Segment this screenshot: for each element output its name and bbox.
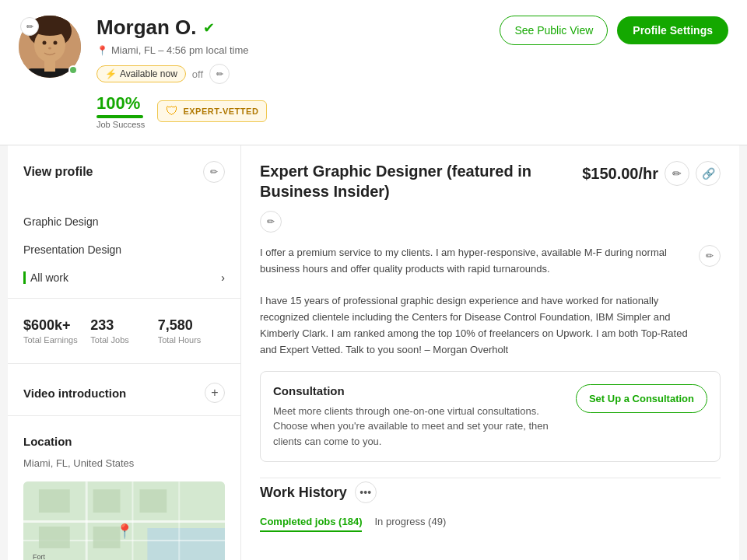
job-success-section: 100% Job Success	[96, 93, 145, 129]
sidebar: View profile ✏ Graphic Design Presentati…	[8, 145, 241, 560]
location-detail-text: Miami, FL, United States	[8, 454, 240, 475]
svg-text:📍: 📍	[116, 523, 134, 540]
svg-rect-14	[132, 481, 133, 560]
availability-badge: ⚡ Available now	[96, 65, 186, 82]
sidebar-divider-3	[8, 415, 240, 416]
job-success-label: Job Success	[96, 120, 145, 129]
edit-profile-button[interactable]: ✏	[203, 161, 225, 183]
availability-label: Available now	[120, 68, 177, 79]
svg-rect-19	[39, 527, 70, 548]
work-history-header: Work History •••	[260, 478, 721, 503]
all-work-label: All work	[23, 271, 68, 284]
view-profile-header: View profile ✏	[23, 161, 225, 183]
page-wrapper: ✏ Morgan O. ✔ 📍 Miami, FL – 4:56 pm loca…	[0, 0, 747, 560]
rate-text: $150.00/hr	[582, 165, 658, 183]
sidebar-stats: $600k+ Total Earnings 233 Total Jobs 7,5…	[8, 305, 240, 357]
progress-bar-wrap	[96, 115, 143, 118]
chevron-right-icon: ›	[221, 271, 225, 284]
svg-rect-16	[39, 489, 70, 513]
main-panel: Expert Graphic Designer (featured in Bus…	[241, 145, 739, 560]
edit-job-title-button[interactable]: ✏	[260, 211, 282, 233]
expert-vetted-badge: 🛡 EXPERT-VETTED	[157, 100, 267, 122]
lightning-icon: ⚡	[105, 68, 117, 79]
svg-rect-17	[93, 489, 121, 513]
stat-jobs: 233 Total Jobs	[90, 317, 157, 345]
profile-name: Morgan O.	[96, 16, 197, 40]
svg-rect-18	[139, 489, 167, 513]
edit-rate-button[interactable]: ✏	[665, 161, 689, 186]
location-text: Miami, FL – 4:56 pm local time	[111, 44, 249, 56]
expert-vetted-label: EXPERT-VETTED	[183, 107, 258, 116]
add-video-button[interactable]: +	[205, 383, 225, 403]
stat-hours-label: Total Hours	[158, 335, 225, 345]
svg-rect-15	[178, 481, 180, 560]
profile-info: Morgan O. ✔ 📍 Miami, FL – 4:56 pm local …	[96, 16, 500, 129]
availability-off-label: off	[192, 68, 203, 80]
edit-bio-button[interactable]: ✏	[699, 245, 721, 267]
video-intro-section: Video introduction +	[8, 370, 240, 409]
svg-rect-11	[23, 520, 225, 523]
location-icon: 📍	[96, 45, 108, 56]
stat-earnings: $600k+ Total Earnings	[23, 317, 90, 345]
tab-in-progress[interactable]: In progress (49)	[374, 513, 446, 532]
stat-hours-value: 7,580	[158, 317, 225, 334]
setup-consultation-button[interactable]: Set Up a Consultation	[576, 384, 707, 413]
work-history-more-button[interactable]: •••	[355, 481, 377, 503]
sidebar-item-all-work[interactable]: All work ›	[8, 264, 240, 292]
header-actions: See Public View Profile Settings	[500, 16, 728, 45]
consultation-title: Consultation	[273, 384, 563, 397]
bio-section: I offer a premium service to my clients.…	[260, 245, 721, 359]
stat-hours: 7,580 Total Hours	[158, 317, 225, 345]
view-profile-title: View profile	[23, 165, 93, 179]
sidebar-divider-1	[8, 298, 240, 299]
stat-jobs-value: 233	[90, 317, 157, 334]
verified-badge: ✔	[203, 19, 215, 37]
profile-settings-button[interactable]: Profile Settings	[617, 16, 728, 44]
bio-para-2: I have 15 years of professional graphic …	[260, 293, 721, 358]
consultation-card: Consultation Meet more clients through o…	[260, 371, 721, 463]
main-content: View profile ✏ Graphic Design Presentati…	[8, 145, 739, 560]
svg-text:Fort: Fort	[33, 553, 45, 560]
see-public-view-button[interactable]: See Public View	[500, 16, 608, 45]
sidebar-divider-2	[8, 363, 240, 364]
tab-completed-jobs[interactable]: Completed jobs (184)	[260, 513, 362, 532]
shield-icon: 🛡	[166, 104, 178, 118]
consultation-description: Meet more clients through one-on-one vir…	[273, 404, 563, 450]
work-history-title: Work History	[260, 485, 347, 501]
video-intro-label: Video introduction	[23, 387, 126, 400]
svg-point-7	[54, 41, 58, 45]
job-success-percent: 100%	[96, 93, 145, 114]
work-history-tabs: Completed jobs (184) In progress (49)	[260, 513, 721, 532]
sidebar-item-presentation-design[interactable]: Presentation Design	[8, 236, 240, 264]
online-indicator	[68, 65, 78, 75]
sidebar-nav: Graphic Design Presentation Design	[8, 208, 240, 264]
sidebar-view-profile-section: View profile ✏	[8, 161, 240, 208]
bio-para-1: I offer a premium service to my clients.…	[260, 245, 721, 278]
consultation-content: Consultation Meet more clients through o…	[273, 384, 563, 450]
stat-earnings-value: $600k+	[23, 317, 90, 334]
stat-jobs-label: Total Jobs	[90, 335, 157, 345]
avatar-area: ✏	[19, 16, 81, 78]
job-title-right: $150.00/hr ✏ 🔗	[582, 161, 721, 186]
edit-avatar-button[interactable]: ✏	[20, 17, 39, 36]
sidebar-item-graphic-design[interactable]: Graphic Design	[8, 208, 240, 236]
progress-bar-fill	[96, 115, 143, 118]
job-title-text: Expert Graphic Designer (featured in Bus…	[260, 161, 582, 201]
availability-row: ⚡ Available now off ✏	[96, 64, 500, 84]
svg-rect-5	[44, 59, 55, 72]
link-button[interactable]: 🔗	[696, 161, 721, 186]
stat-earnings-label: Total Earnings	[23, 335, 90, 345]
profile-header: ✏ Morgan O. ✔ 📍 Miami, FL – 4:56 pm loca…	[0, 0, 747, 145]
job-title-left: Expert Graphic Designer (featured in Bus…	[260, 161, 582, 233]
location-row: 📍 Miami, FL – 4:56 pm local time	[96, 44, 500, 56]
edit-availability-button[interactable]: ✏	[209, 64, 230, 84]
location-section-header: Location	[8, 422, 240, 454]
svg-point-6	[43, 41, 47, 45]
svg-rect-10	[147, 528, 225, 560]
name-row: Morgan O. ✔	[96, 16, 500, 40]
location-section-label: Location	[23, 435, 72, 448]
svg-rect-13	[86, 481, 88, 560]
svg-point-8	[48, 47, 51, 50]
job-title-row: Expert Graphic Designer (featured in Bus…	[260, 161, 721, 233]
map-placeholder: Fort Lauderdale 📍 Miami	[23, 481, 225, 560]
